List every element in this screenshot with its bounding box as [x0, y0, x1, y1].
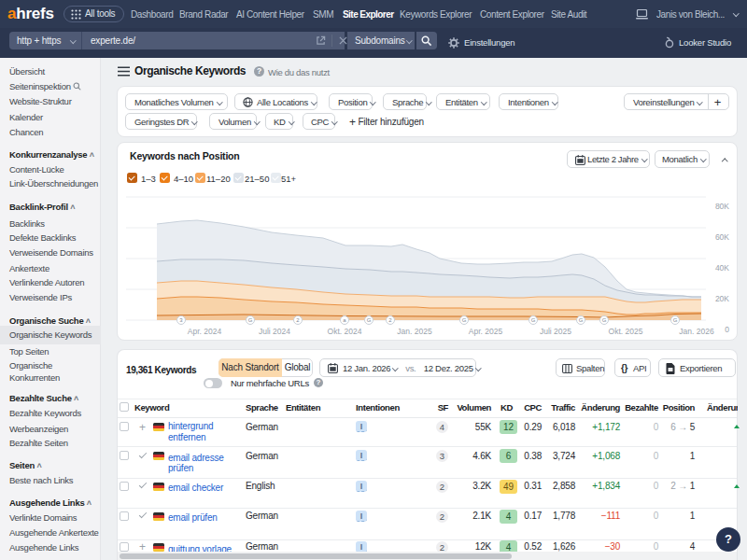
svg-text:G: G	[579, 317, 584, 323]
svg-text:G: G	[531, 317, 536, 323]
svg-text:Okt. 2025: Okt. 2025	[609, 327, 643, 336]
svg-text:Apr. 2024: Apr. 2024	[188, 327, 222, 336]
svg-text:Apr. 2025: Apr. 2025	[469, 327, 503, 336]
svg-text:20K: 20K	[715, 294, 729, 303]
svg-text:G: G	[673, 317, 678, 323]
svg-text:G: G	[462, 317, 467, 323]
svg-text:80K: 80K	[715, 202, 729, 211]
svg-text:G: G	[248, 317, 253, 323]
svg-text:Okt. 2024: Okt. 2024	[328, 327, 362, 336]
svg-text:Jan. 2026: Jan. 2026	[679, 327, 714, 336]
svg-text:60K: 60K	[715, 232, 729, 242]
svg-text:G: G	[602, 317, 607, 323]
svg-text:G: G	[367, 317, 372, 323]
svg-text:Juli 2025: Juli 2025	[540, 327, 571, 336]
svg-text:40K: 40K	[715, 263, 729, 273]
svg-text:0: 0	[725, 325, 729, 334]
svg-text:Juli 2024: Juli 2024	[259, 327, 290, 336]
svg-text:Jan. 2025: Jan. 2025	[397, 327, 432, 336]
